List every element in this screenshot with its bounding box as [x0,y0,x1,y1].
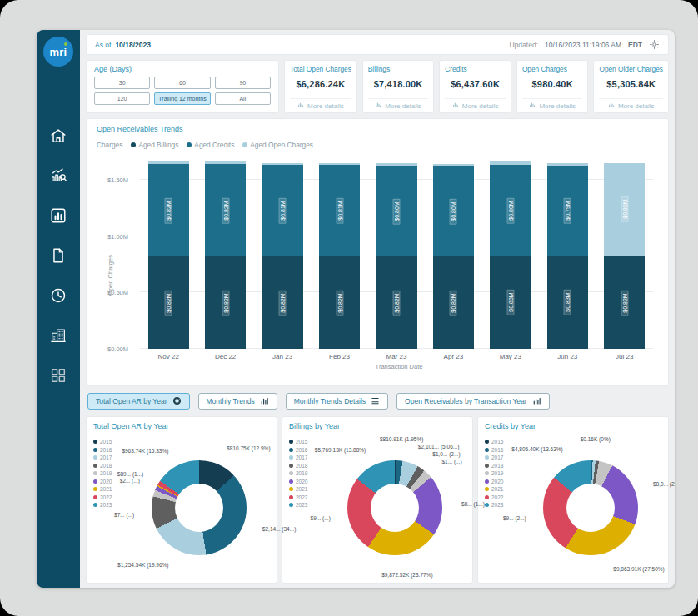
sidebar-item-bar-chart-panel[interactable] [49,206,67,225]
year-legend-item-2018[interactable]: 2018 [93,463,128,469]
bar-segment-aged-billings[interactable]: $0.82M [148,256,189,349]
as-of-value[interactable]: 10/18/2023 [115,41,151,49]
bar-segment-aged-open-charges[interactable] [547,163,588,166]
sidebar-item-document[interactable] [49,246,67,265]
year-legend-dot [485,455,489,460]
age-filter-30[interactable]: 30 [94,77,150,89]
year-legend-item-2023[interactable]: 2023 [289,502,324,508]
desktop-background: mri As of 10/18/2023 Updated: 10/16/2023… [0,0,698,616]
view-button-open-receivables-by-transaction-year[interactable]: Open Receivables by Transaction Year [396,393,549,410]
view-button-monthly-trends-details[interactable]: Monthly Trends Details [286,393,388,410]
bar-segment-aged-open-charges[interactable] [319,163,360,166]
year-legend-item-2019[interactable]: 2019 [289,470,324,476]
year-legend-item-2021[interactable]: 2021 [485,486,520,492]
age-filter-120[interactable]: 120 [94,92,150,105]
stacked-bar[interactable]: $0.83M$0.80M [490,161,531,349]
bar-segment-aged-open-charges[interactable]: $0.82M [604,163,645,256]
year-legend-item-2022[interactable]: 2022 [93,494,128,500]
bar-segment-aged-billings[interactable]: $0.82M [319,256,360,349]
age-filter-60[interactable]: 60 [154,77,210,89]
year-legend-dot [289,479,293,484]
bar-segment-aged-billings[interactable]: $0.82M [262,256,302,349]
sidebar-item-clock[interactable] [49,286,67,305]
donut-ring[interactable] [347,460,442,555]
mini-bars-icon [375,102,381,110]
more-details-link[interactable]: More details [290,98,351,110]
legend-item-aged-billings[interactable]: Aged Billings [131,141,178,149]
year-legend-item-2015[interactable]: 2015 [485,439,520,445]
bar-segment-aged-billings[interactable]: $0.82M [205,256,246,349]
age-filter-trailing-12-months[interactable]: Trailing 12 months [154,92,210,105]
stacked-bar[interactable]: $0.82M$0.81M [262,161,302,349]
kpi-value: $980.40K [522,79,583,89]
year-legend-item-2017[interactable]: 2017 [289,455,324,460]
bar-segment-aged-billings[interactable]: $0.82M [604,256,645,349]
bar-segment-aged-open-charges[interactable] [262,163,302,166]
year-legend-item-2015[interactable]: 2015 [93,439,128,445]
bar-segment-aged-credits[interactable]: $0.80M [433,166,474,256]
bar-segment-aged-open-charges[interactable] [376,163,416,166]
bar-segment-aged-credits[interactable]: $0.82M [205,164,246,256]
bar-segment-aged-open-charges[interactable] [433,164,474,166]
year-legend-item-2021[interactable]: 2021 [93,486,128,492]
bar-segment-aged-open-charges[interactable] [490,161,531,165]
sidebar-item-chart-search[interactable] [49,166,67,185]
donut-ring[interactable] [152,460,247,555]
year-legend-item-2023[interactable]: 2023 [93,502,128,508]
legend-item-aged-credits[interactable]: Aged Credits [187,141,234,149]
year-legend-item-2018[interactable]: 2018 [289,463,324,469]
view-button-total-open-ar-by-year[interactable]: Total Open AR by Year [87,393,190,410]
stacked-bar[interactable]: $0.82M$0.82M [205,161,246,349]
bar-segment-aged-credits[interactable]: $0.80M [490,165,531,255]
bar-segment-aged-open-charges[interactable] [205,161,246,164]
year-legend-item-2017[interactable]: 2017 [485,455,520,460]
bar-segment-aged-credits[interactable]: $0.82M [148,164,189,256]
year-legend-dot [289,503,293,507]
sidebar-item-buildings[interactable] [49,326,67,345]
bar-segment-aged-billings[interactable]: $0.83M [490,256,531,349]
year-legend-item-2015[interactable]: 2015 [289,439,324,445]
legend-item-aged-open-charges[interactable]: Aged Open Charges [242,141,313,149]
bar-segment-aged-credits[interactable]: $0.81M [319,165,360,256]
stacked-bar[interactable]: $0.83M$0.79M [547,161,588,349]
sidebar-item-home[interactable] [49,127,67,145]
kpi-title: Billings [368,65,429,73]
bar-segment-aged-credits[interactable]: $0.81M [262,165,302,256]
year-legend-item-2018[interactable]: 2018 [485,463,520,469]
year-legend-item-2020[interactable]: 2020 [485,479,520,484]
more-details-link[interactable]: More details [522,98,583,110]
bar-segment-aged-billings[interactable]: $0.82M [433,256,474,349]
stacked-bar[interactable]: $0.82M$0.80M [433,161,474,349]
year-legend-item-2017[interactable]: 2017 [93,455,128,460]
age-filter-90[interactable]: 90 [215,77,271,89]
more-details-link[interactable]: More details [368,98,429,110]
mini-bars-icon [608,102,615,110]
x-tick-label: Jan 23 [254,353,311,360]
donut-ring[interactable] [543,460,638,555]
stacked-bar[interactable]: $0.82M$0.82M [604,161,645,349]
sidebar-item-grid[interactable] [49,366,67,385]
year-legend-item-2021[interactable]: 2021 [289,486,324,492]
year-legend-item-2019[interactable]: 2019 [485,470,520,476]
age-filter-all[interactable]: All [215,92,271,105]
year-legend-item-2022[interactable]: 2022 [289,494,324,500]
year-legend-item-2022[interactable]: 2022 [485,494,520,500]
view-button-monthly-trends[interactable]: Monthly Trends [198,393,277,410]
year-legend-item-2020[interactable]: 2020 [289,479,324,484]
bar-segment-aged-credits[interactable]: $0.80M [376,166,416,256]
stacked-bar[interactable]: $0.82M$0.80M [376,161,416,349]
settings-gear-icon[interactable] [649,39,660,50]
legend-dot [242,142,247,147]
more-details-link[interactable]: More details [445,98,506,110]
year-legend: 201520162017201820192020202120222023 [93,434,128,581]
bar-segment-aged-credits[interactable] [604,256,645,256]
bar-column-jun-23: $0.83M$0.79M [539,161,596,349]
bar-segment-aged-billings[interactable]: $0.82M [376,256,416,349]
bar-segment-aged-credits[interactable]: $0.79M [547,166,588,256]
stacked-bar[interactable]: $0.82M$0.82M [148,161,189,349]
year-legend-item-2023[interactable]: 2023 [485,502,520,508]
more-details-link[interactable]: More details [599,98,663,110]
stacked-bar[interactable]: $0.82M$0.81M [319,161,360,349]
bar-segment-aged-billings[interactable]: $0.83M [547,256,588,349]
bar-segment-aged-open-charges[interactable] [148,161,189,164]
